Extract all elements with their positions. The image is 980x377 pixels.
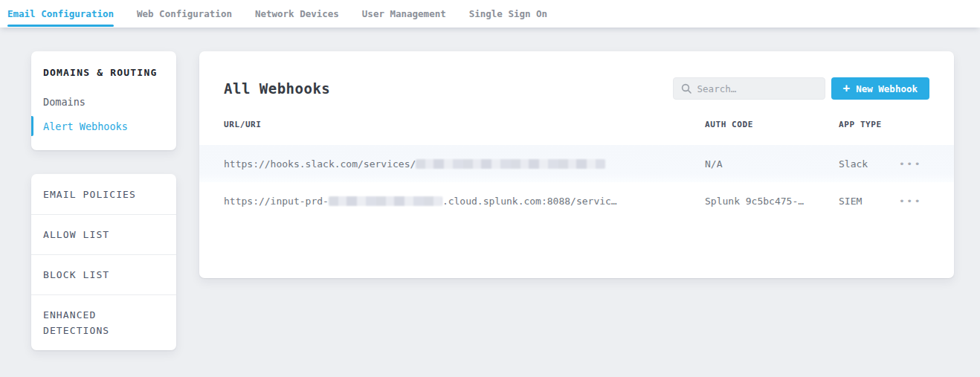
- tab-web-configuration[interactable]: Web Configuration: [137, 0, 232, 28]
- sidebar: DOMAINS & ROUTING Domains Alert Webhooks…: [31, 51, 176, 350]
- search-input[interactable]: [697, 83, 817, 94]
- sidebar-item-domains[interactable]: Domains: [31, 89, 176, 114]
- page-title: All Webhooks: [224, 80, 330, 97]
- webhooks-toolbar: All Webhooks + New Webhook: [224, 77, 929, 100]
- table-header-row: URL/URI AUTH CODE APP TYPE: [224, 120, 929, 145]
- tab-email-configuration[interactable]: Email Configuration: [7, 0, 114, 28]
- column-header-auth-code: AUTH CODE: [705, 120, 839, 129]
- tab-single-sign-on[interactable]: Single Sign On: [469, 0, 547, 28]
- table-row-slack-webhook[interactable]: https://hooks.slack.com/services/ N/A Sl…: [199, 145, 954, 182]
- column-header-url: URL/URI: [224, 120, 705, 129]
- active-indicator-bar: [31, 116, 33, 136]
- redacted-url-segment: [416, 159, 605, 169]
- sidebar-sections-card: EMAIL POLICIES ALLOW LIST BLOCK LIST ENH…: [31, 174, 176, 350]
- row-actions-menu-icon[interactable]: •••: [897, 193, 923, 209]
- sidebar-item-email-policies[interactable]: EMAIL POLICIES: [31, 174, 176, 214]
- row-actions-menu-icon[interactable]: •••: [897, 156, 923, 172]
- sidebar-item-alert-webhooks[interactable]: Alert Webhooks: [31, 114, 176, 138]
- page-content: DOMAINS & ROUTING Domains Alert Webhooks…: [0, 28, 980, 350]
- search-box[interactable]: [673, 77, 825, 100]
- sidebar-item-label: Domains: [43, 96, 86, 108]
- sidebar-item-block-list[interactable]: BLOCK LIST: [31, 254, 176, 294]
- url-prefix: https://hooks.slack.com/services/: [224, 158, 416, 170]
- plus-icon: +: [843, 83, 851, 94]
- auth-code-cell: Splunk 9c5bc475-…: [705, 196, 839, 207]
- url-suffix: .cloud.splunk.com:8088/servic…: [442, 196, 617, 207]
- domains-routing-heading: DOMAINS & ROUTING: [31, 67, 176, 78]
- webhook-url-cell: https://hooks.slack.com/services/: [224, 158, 705, 170]
- table-row-splunk-webhook[interactable]: https://input-prd-.cloud.splunk.com:8088…: [199, 182, 954, 219]
- url-prefix: https://input-prd-: [224, 196, 329, 207]
- new-webhook-button[interactable]: + New Webhook: [831, 77, 929, 100]
- sidebar-item-allow-list[interactable]: ALLOW LIST: [31, 214, 176, 254]
- webhooks-panel: All Webhooks + New Webhook URL/URI AUTH …: [199, 51, 954, 278]
- tab-network-devices[interactable]: Network Devices: [255, 0, 339, 28]
- sidebar-item-label: Alert Webhooks: [43, 120, 128, 132]
- auth-code-cell: N/A: [705, 158, 839, 170]
- app-type-cell: Slack: [839, 158, 897, 170]
- app-type-cell: SIEM: [839, 196, 897, 207]
- redacted-url-segment: [329, 196, 442, 206]
- top-nav: Email Configuration Web Configuration Ne…: [0, 0, 980, 28]
- sidebar-item-enhanced-detections[interactable]: ENHANCED DETECTIONS: [31, 294, 176, 350]
- new-webhook-label: New Webhook: [856, 83, 918, 94]
- tab-user-management[interactable]: User Management: [362, 0, 446, 28]
- column-header-app-type: APP TYPE: [839, 120, 897, 129]
- search-icon: [681, 83, 692, 94]
- domains-routing-card: DOMAINS & ROUTING Domains Alert Webhooks: [31, 51, 176, 150]
- webhook-url-cell: https://input-prd-.cloud.splunk.com:8088…: [224, 196, 705, 207]
